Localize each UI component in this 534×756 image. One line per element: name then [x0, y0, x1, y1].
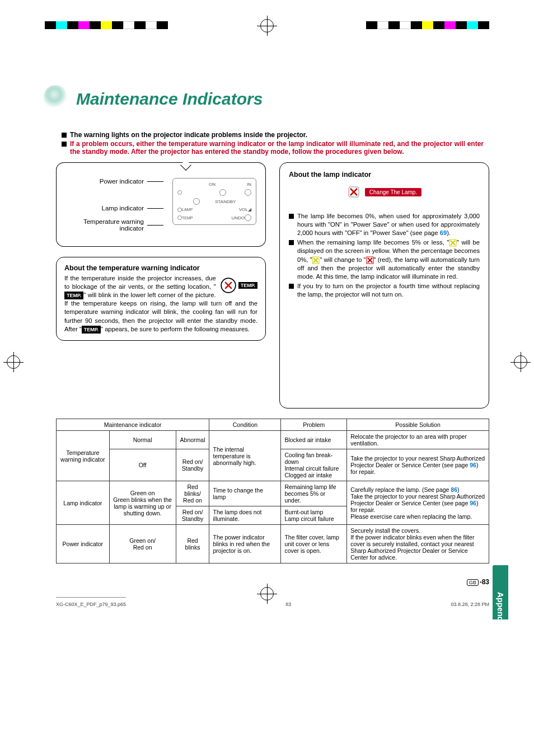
- lamp-icon: [347, 185, 360, 199]
- td-lamp-c1: Time to change the lamp: [209, 481, 281, 506]
- page-title: Maintenance Indicators: [76, 90, 489, 109]
- td-temp-abnormal: Red on/ Standby: [176, 449, 209, 481]
- td-lamp-p1: Remaining lamp life becomes 5% or under.: [281, 481, 347, 506]
- td-lamp-p2: Burnt-out lamp Lamp circuit failure: [281, 506, 347, 525]
- th-problem: Problem: [281, 419, 347, 431]
- lamp-info-list: The lamp life becomes 0%, when used for …: [289, 212, 480, 299]
- page-content: Maintenance Indicators The warning light…: [0, 34, 534, 586]
- th-maintenance: Maintenance indicator: [57, 419, 209, 431]
- td-temp-prob2: Cooling fan break-down Internal circuit …: [281, 449, 347, 481]
- td-temp-ind: Temperature warning indicator: [57, 431, 110, 481]
- lamp-yellow-icon: [312, 256, 320, 264]
- registration-top: [0, 0, 534, 34]
- crosshair-bottom: [260, 587, 274, 600]
- lamp-indicator-label: Lamp indicator: [65, 205, 144, 212]
- td-temp-cond: The internal temperature is abnormally h…: [209, 431, 281, 481]
- page-number: GB-83: [467, 578, 489, 586]
- th-solution: Possible Solution: [347, 419, 489, 431]
- lamp-box-heading: About the lamp indicator: [289, 171, 480, 179]
- th-abnormal: Abnormal: [176, 431, 209, 449]
- color-bars-left: [45, 21, 168, 29]
- td-power-p: The filter cover, lamp unit cover or len…: [281, 525, 347, 564]
- heading-ornament: [44, 85, 67, 109]
- temp-box-heading: About the temperature warning indicator: [64, 264, 257, 272]
- lamp-indicator-box: About the lamp indicator Change The Lamp…: [279, 162, 489, 408]
- td-temp-prob1: Blocked air intake: [281, 431, 347, 449]
- lamp-item-3: If you try to turn on the projector a fo…: [297, 282, 480, 299]
- temp-indicator-label: Temperature warning indicator: [65, 218, 144, 232]
- intro-list: The warning lights on the projector indi…: [62, 131, 484, 156]
- bullet-icon: [289, 214, 294, 219]
- change-lamp-badge: Change The Lamp.: [365, 188, 421, 196]
- lamp-banner: Change The Lamp.: [289, 185, 480, 199]
- td-temp-sol1: Relocate the projector to an area with p…: [347, 431, 489, 449]
- temp-circle-icon: [221, 278, 236, 293]
- td-lamp-normal: Green on Green blinks when the lamp is w…: [109, 481, 176, 525]
- color-bars-right: [366, 21, 489, 29]
- td-power-ind: Power indicator: [57, 525, 110, 564]
- temp-warning-graphic: TEMP.: [221, 278, 257, 293]
- th-normal: Normal: [109, 431, 176, 449]
- registration-bottom: [0, 586, 534, 619]
- td-lamp-ab2: Red on/ Standby: [176, 506, 209, 525]
- td-temp-sol2: Take the projector to your nearest Sharp…: [347, 449, 489, 481]
- indicator-diagram: Power indicator Lamp indicator Temperatu…: [56, 162, 266, 247]
- td-lamp-c2: The lamp does not illuminate.: [209, 506, 281, 525]
- td-power-c: The power indicator blinks in red when t…: [209, 525, 281, 564]
- bullet-icon: [289, 240, 294, 245]
- power-led-icon: [177, 190, 182, 195]
- lamp-led-icon: [177, 208, 182, 212]
- lamp-yellow-icon: [449, 239, 457, 247]
- gb-badge: GB: [467, 579, 479, 586]
- td-lamp-ab1: Red blinks/ Red on: [176, 481, 209, 506]
- th-condition: Condition: [209, 419, 281, 431]
- lamp-red-icon: [366, 256, 374, 264]
- td-lamp-sol: Carefully replace the lamp. (See page 86…: [347, 481, 489, 525]
- temp-led-icon: [177, 215, 182, 220]
- temp-badge-inline: TEMP.: [82, 326, 101, 334]
- bullet-icon: [289, 284, 294, 289]
- td-lamp-ind: Lamp indicator: [57, 481, 110, 525]
- bullet-icon: [62, 133, 67, 138]
- intro-item-1: The warning lights on the projector indi…: [70, 131, 307, 139]
- td-power-ab: Red blinks: [176, 525, 209, 564]
- power-button-icon: [219, 189, 226, 196]
- crosshair-top: [260, 19, 274, 32]
- lamp-item-1: The lamp life becomes 0%, when used for …: [297, 212, 480, 237]
- bullet-icon: [62, 142, 67, 147]
- td-temp-normal: Off: [109, 449, 176, 481]
- temp-warning-box: About the temperature warning indicator …: [56, 257, 266, 341]
- td-power-s: Securely install the covers. If the powe…: [347, 525, 489, 564]
- lamp-item-2: When the remaining lamp life becomes 5% …: [297, 238, 480, 281]
- maintenance-table: Maintenance indicator Condition Problem …: [56, 419, 489, 564]
- intro-item-2: If a problem occurs, either the temperat…: [70, 140, 484, 156]
- power-indicator-label: Power indicator: [65, 178, 144, 185]
- temp-badge-inline: TEMP.: [64, 292, 83, 299]
- projector-panel: ONIN STANDBY LAMPVOL◢ TEMPUNDO: [172, 178, 256, 225]
- td-power-normal: Green on/ Red on: [109, 525, 176, 564]
